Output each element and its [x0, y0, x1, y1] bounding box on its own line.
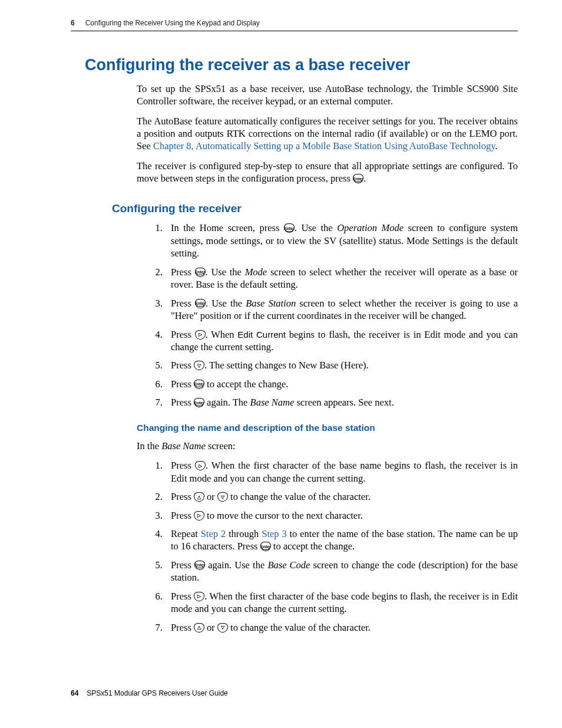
header-rule	[71, 31, 518, 31]
down-button-icon	[217, 492, 228, 502]
down-button-icon	[194, 361, 204, 370]
intro-paragraph-1: To set up the SPSx51 as a base receiver,…	[137, 83, 518, 108]
enter-button-icon: Enter	[284, 223, 295, 233]
intro-paragraph-3: The receiver is configured step-by-step …	[137, 160, 518, 185]
text: .	[495, 140, 497, 151]
screen-name: Base Code	[267, 559, 310, 571]
procedure-list-2: Press . When the first character of the …	[150, 459, 518, 634]
enter-button-icon: Enter	[195, 268, 206, 277]
screen-name: Operation Mode	[337, 222, 404, 233]
enter-button-icon: Enter	[353, 174, 363, 183]
list-item: Press to move the cursor to the next cha…	[165, 509, 518, 522]
cross-reference-link[interactable]: Step 3	[262, 528, 286, 539]
list-item: Press Enter. Use the Mode screen to sele…	[165, 266, 518, 291]
enter-button-icon: Enter	[195, 299, 206, 308]
text: The receiver is configured step-by-step …	[137, 160, 518, 184]
screen-name: Base Station	[246, 298, 296, 309]
list-item: Press . The setting changes to New Base …	[165, 359, 518, 371]
screen-name: Base Name	[250, 397, 295, 408]
subsection-heading: Changing the name and description of the…	[137, 422, 518, 434]
list-item: Press or to change the value of the char…	[165, 621, 518, 634]
ui-label: Edit Current	[237, 330, 286, 340]
running-header: 6Configuring the Receiver Using the Keyp…	[71, 19, 518, 28]
list-item: Press . When the first character of the …	[165, 590, 518, 615]
right-button-icon	[195, 461, 206, 470]
right-button-icon	[195, 330, 206, 340]
lead-in-paragraph: In the Base Name screen:	[137, 440, 518, 452]
document-page: 6Configuring the Receiver Using the Keyp…	[0, 0, 562, 728]
enter-button-icon: Enter	[194, 380, 204, 389]
list-item: In the Home screen, press Enter. Use the…	[165, 222, 518, 259]
list-item: Press Enter again. The Base Name screen …	[165, 396, 518, 409]
list-item: Press Enter to accept the change.	[165, 378, 518, 390]
section-heading: Configuring the receiver	[112, 202, 518, 216]
running-footer: 64SPSx51 Modular GPS Receivers User Guid…	[71, 689, 228, 699]
chapter-title: Configuring the Receiver Using the Keypa…	[85, 19, 260, 27]
screen-name: Base Name	[161, 440, 206, 452]
list-item: Press Enter. Use the Base Station screen…	[165, 297, 518, 322]
cross-reference-link[interactable]: Step 2	[201, 528, 226, 539]
chapter-number: 6	[71, 19, 75, 27]
up-button-icon	[194, 492, 204, 502]
procedure-list-1: In the Home screen, press Enter. Use the…	[150, 222, 518, 409]
list-item: Press or to change the value of the char…	[165, 490, 518, 503]
page-number: 64	[71, 689, 78, 697]
enter-button-icon: Enter	[194, 398, 204, 407]
right-button-icon	[194, 511, 204, 521]
cross-reference-link[interactable]: Chapter 8, Automatically Setting up a Mo…	[153, 140, 495, 151]
list-item: Press . When the first character of the …	[165, 459, 518, 485]
screen-name: Mode	[245, 266, 267, 278]
down-button-icon	[217, 623, 228, 633]
text: .	[363, 173, 366, 184]
right-button-icon	[194, 592, 204, 601]
intro-paragraph-2: The AutoBase feature automatically confi…	[137, 115, 518, 153]
list-item: Press Enter again. Use the Base Code scr…	[165, 559, 518, 584]
list-item: Press . When Edit Current begins to flas…	[165, 328, 518, 354]
up-button-icon	[194, 623, 204, 633]
list-item: Repeat Step 2 through Step 3 to enter th…	[165, 528, 518, 553]
book-title: SPSx51 Modular GPS Receivers User Guide	[87, 689, 227, 697]
enter-button-icon: Enter	[194, 561, 205, 570]
enter-button-icon: Enter	[260, 542, 271, 551]
page-title: Configuring the receiver as a base recei…	[85, 55, 518, 75]
